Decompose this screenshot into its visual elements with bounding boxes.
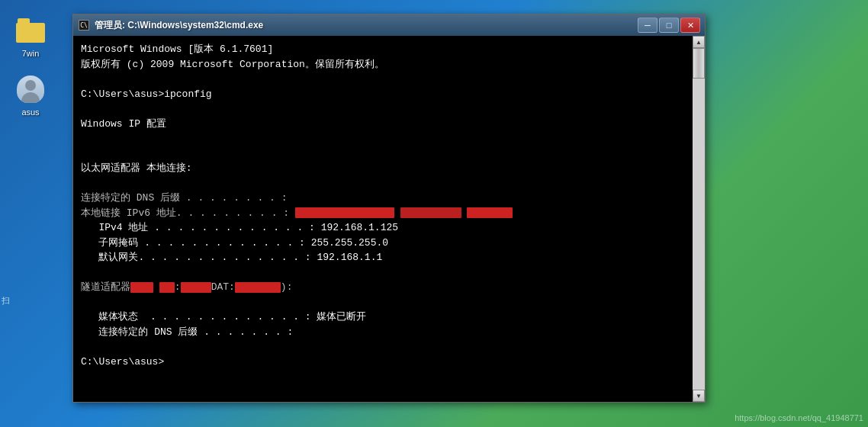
cmd-line-3 xyxy=(81,72,685,87)
cmd-scrollbar[interactable]: ▲ ▼ xyxy=(693,36,705,402)
cmd-line-1: Microsoft Windows [版本 6.1.7601] xyxy=(81,42,685,57)
cmd-line-17-suffix: ): xyxy=(281,280,293,295)
cmd-icon: C\ xyxy=(78,19,90,31)
cmd-line-16 xyxy=(81,265,685,281)
cmd-line-9: 以太网适配器 本地连接: xyxy=(81,161,685,176)
folder-icon xyxy=(15,15,46,46)
redact-tunnel-3 xyxy=(181,282,211,293)
cmd-line-5 xyxy=(81,101,685,117)
redact-tunnel-4 xyxy=(235,282,281,293)
cmd-line-13: IPv4 地址 . . . . . . . . . . . . . : 192.… xyxy=(81,220,685,236)
scrollbar-down-button[interactable]: ▼ xyxy=(693,390,705,402)
redact-ipv6-3 xyxy=(467,207,513,218)
desktop-icon-asus-label: asus xyxy=(21,108,39,117)
close-button[interactable]: ✕ xyxy=(680,18,700,33)
watermark: https://blog.csdn.net/qq_41948771 xyxy=(735,413,863,422)
cmd-line-12-text: 本地链接 IPv6 地址. . . . . . . . . : xyxy=(81,206,295,221)
cmd-window: C\ 管理员: C:\Windows\system32\cmd.exe ─ □ … xyxy=(72,14,706,403)
cmd-small-icon: C\ xyxy=(79,20,89,30)
user-icon xyxy=(15,74,46,104)
cmd-line-15: 默认网关. . . . . . . . . . . . . . : 192.16… xyxy=(81,250,685,265)
cmd-line-12-suffix xyxy=(461,206,468,221)
scrollbar-thumb[interactable] xyxy=(693,48,705,79)
redact-tunnel-1 xyxy=(130,282,153,293)
desktop: 7win asus 扫 C\ 管理员: C:\Windows\system32\… xyxy=(0,0,868,427)
cmd-line-11-text: 连接特定的 DNS 后缀 . . . . . . . . : xyxy=(81,191,287,206)
cmd-line-14: 子网掩码 . . . . . . . . . . . . . : 255.255… xyxy=(81,236,685,251)
cmd-line-17-gap3: DAT: xyxy=(211,280,235,295)
desktop-icons: 7win asus xyxy=(0,0,61,117)
cmd-line-12-gap xyxy=(394,206,400,221)
desktop-icon-7win-label: 7win xyxy=(22,49,40,59)
cmd-line-17: 隧道适配器 : DAT: ): xyxy=(81,280,685,295)
cmd-line-22: C:\Users\asus> xyxy=(81,355,685,370)
cmd-line-10 xyxy=(81,176,685,191)
cmd-line-11: 连接特定的 DNS 后缀 . . . . . . . . : xyxy=(81,191,685,206)
scrollbar-up-button[interactable]: ▲ xyxy=(693,36,705,48)
title-controls: ─ □ ✕ xyxy=(638,18,700,33)
cmd-line-17-gap2: : xyxy=(175,280,181,295)
cmd-line-21 xyxy=(81,339,685,355)
minimize-button[interactable]: ─ xyxy=(638,18,657,33)
desktop-icon-asus[interactable]: asus xyxy=(4,74,57,117)
title-bar: C\ 管理员: C:\Windows\system32\cmd.exe ─ □ … xyxy=(73,14,705,36)
cmd-text-area[interactable]: Microsoft Windows [版本 6.1.7601] 版权所有 (c)… xyxy=(73,36,693,402)
cmd-line-20: 连接特定的 DNS 后缀 . . . . . . . : xyxy=(81,325,685,340)
cmd-line-7 xyxy=(81,131,685,146)
cmd-line-8 xyxy=(81,146,685,162)
title-text: 管理员: C:\Windows\system32\cmd.exe xyxy=(95,19,633,32)
cmd-line-4: C:\Users\asus>ipconfig xyxy=(81,87,685,102)
cmd-line-17-gap1 xyxy=(153,280,159,295)
cmd-line-17-prefix: 隧道适配器 xyxy=(81,280,130,295)
cmd-line-18 xyxy=(81,295,685,310)
maximize-button[interactable]: □ xyxy=(659,18,679,33)
scrollbar-track[interactable] xyxy=(693,48,705,390)
cmd-content: Microsoft Windows [版本 6.1.7601] 版权所有 (c)… xyxy=(73,36,705,402)
redact-ipv6-1 xyxy=(295,207,394,218)
redact-tunnel-2 xyxy=(159,282,175,293)
redact-ipv6-2 xyxy=(400,207,461,218)
cmd-line-2: 版权所有 (c) 2009 Microsoft Corporation。保留所有… xyxy=(81,57,685,72)
cmd-line-6: Windows IP 配置 xyxy=(81,117,685,132)
desktop-icon-7win[interactable]: 7win xyxy=(4,15,57,59)
cmd-line-19: 媒体状态 . . . . . . . . . . . . . : 媒体已断开 xyxy=(81,310,685,325)
cmd-line-12: 本地链接 IPv6 地址. . . . . . . . . : xyxy=(81,206,685,221)
